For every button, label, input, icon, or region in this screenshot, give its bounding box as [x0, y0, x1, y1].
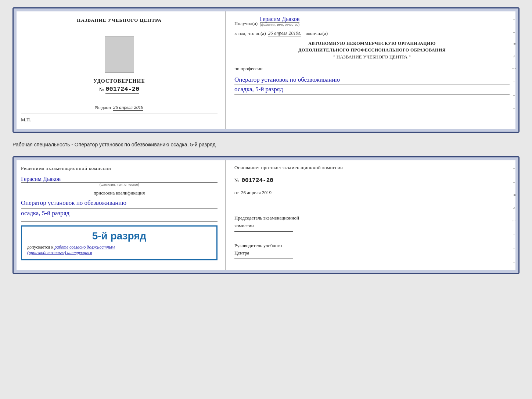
bottom-certificate: Решением экзаменационной комиссии Гераси…	[12, 156, 520, 274]
qual-line2: осадка, 5-й разряд	[21, 209, 218, 219]
ot-line: от 26 апреля 2019	[234, 190, 510, 196]
protocol-num: 001724-20	[241, 177, 273, 184]
protocol-prefix: №	[234, 178, 239, 184]
center-title: НАЗВАНИЕ УЧЕБНОГО ЦЕНТРА	[77, 17, 162, 23]
bottom-right-panel: Основание: протокол экзаменационной коми…	[226, 157, 518, 273]
recipient-name-wrapper: Герасим Дьяков (фамилия, имя, отчество)	[260, 16, 299, 26]
razryad-big-text: 5-й разряд	[27, 230, 211, 242]
bottom-recipient-name: Герасим Дьяков	[21, 176, 218, 183]
bottom-right-arrow: ←-	[512, 219, 516, 222]
photo-placeholder	[105, 36, 134, 73]
vydano-label: Выдано	[95, 105, 111, 111]
predsedatel-label2: комиссии	[234, 222, 510, 230]
dopuskaetsya-link: работе согласно должностным	[54, 245, 115, 250]
predsedatel-label: Председатель экзаменационной	[234, 214, 510, 222]
org-quote: " НАЗВАНИЕ УЧЕБНОГО ЦЕНТРА "	[234, 53, 510, 61]
separator-text: Рабочая специальность - Оператор установ…	[12, 139, 520, 150]
profession-name: Оператор установок по обезвоживанию осад…	[234, 75, 510, 95]
ot-date: 26 апреля 2019	[241, 190, 272, 196]
bottom-fio-note: (фамилия, имя, отчество)	[21, 183, 218, 186]
cert-number: 001724-20	[105, 86, 139, 94]
fio-note-top: (фамилия, имя, отчество)	[260, 23, 299, 26]
right-arrow-label: ←-	[512, 67, 516, 70]
qual-line1: Оператор установок по обезвоживанию	[21, 198, 218, 209]
poluchil-line: Получил(а) Герасим Дьяков (фамилия, имя,…	[234, 16, 510, 26]
udostoverenie-label: УДОСТОВЕРЕНИЕ	[93, 78, 145, 84]
right-and-label: и	[512, 43, 516, 45]
vtom-date: 26 апреля 2019г.	[268, 30, 301, 36]
dopuskaetsya-suffix: (производственным) инструкциям	[27, 250, 211, 256]
bottom-right-side-dashes: – – и ,а ←- – – –	[512, 157, 516, 273]
predsedatel-signature-line	[234, 231, 293, 232]
rukovoditel-label2: Центра	[234, 249, 510, 257]
profession-line1: Оператор установок по обезвоживанию	[234, 75, 510, 85]
mp-label: М.П.	[21, 117, 31, 123]
osnov-line: Основание: протокол экзаменационной коми…	[234, 165, 510, 171]
right-a-label: ,а	[513, 54, 515, 58]
org-line1: АВТОНОМНУЮ НЕКОММЕРЧЕСКУЮ ОРГАНИЗАЦИЮ	[234, 40, 510, 47]
bottom-left-panel: Решением экзаменационной комиссии Гераси…	[14, 157, 226, 273]
vtom-label: в том, что он(а)	[234, 31, 266, 36]
bottom-right-and: и	[512, 194, 516, 196]
number-prefix: №	[99, 87, 104, 93]
qualification-block: Оператор установок по обезвоживанию осад…	[21, 198, 218, 219]
cert-left-panel: НАЗВАНИЕ УЧЕБНОГО ЦЕНТРА УДОСТОВЕРЕНИЕ №…	[14, 8, 226, 132]
dopuskaetsya-prefix: допускается к	[27, 245, 53, 250]
profession-line2: осадка, 5-й разряд	[234, 85, 510, 95]
po-professii-label: по профессии	[234, 66, 510, 72]
bottom-right-a: ,а	[513, 206, 515, 209]
dopuskaetsya-text: допускается к работе согласно должностны…	[27, 244, 211, 250]
recipient-name: Герасим Дьяков	[260, 16, 299, 23]
org-block: АВТОНОМНУЮ НЕКОММЕРЧЕСКУЮ ОРГАНИЗАЦИЮ ДО…	[234, 40, 510, 61]
vydano-date: 26 апреля 2019	[113, 104, 143, 111]
page-wrapper: НАЗВАНИЕ УЧЕБНОГО ЦЕНТРА УДОСТОВЕРЕНИЕ №…	[12, 7, 520, 274]
poluchil-label: Получил(а)	[234, 21, 258, 26]
right-side-dashes: – – и ,а ←- – – – –	[512, 8, 516, 132]
rukovoditel-signature-line	[234, 259, 293, 259]
predsedatel-block: Председатель экзаменационной комиссии	[234, 214, 510, 232]
top-certificate: НАЗВАНИЕ УЧЕБНОГО ЦЕНТРА УДОСТОВЕРЕНИЕ №…	[12, 7, 520, 133]
bottom-name-wrapper: Герасим Дьяков (фамилия, имя, отчество)	[21, 176, 218, 186]
dash-label: –	[304, 21, 306, 26]
org-line2: ДОПОЛНИТЕЛЬНОГО ПРОФЕССИОНАЛЬНОГО ОБРАЗО…	[234, 47, 510, 53]
okончил-label: окончил(а)	[306, 31, 328, 36]
cert-right-panel: Получил(а) Герасим Дьяков (фамилия, имя,…	[226, 8, 518, 132]
vtom-line: в том, что он(а) 26 апреля 2019г. окончи…	[234, 30, 510, 36]
rukovoditel-block: Руководитель учебного Центра	[234, 242, 510, 259]
rukovoditel-label: Руководитель учебного	[234, 242, 510, 250]
razryad-box: 5-й разряд допускается к работе согласно…	[21, 225, 218, 261]
ot-label: от	[234, 190, 239, 196]
resheniem-title: Решением экзаменационной комиссии	[21, 165, 218, 172]
prisvoena-label: присвоена квалификация	[21, 190, 218, 196]
